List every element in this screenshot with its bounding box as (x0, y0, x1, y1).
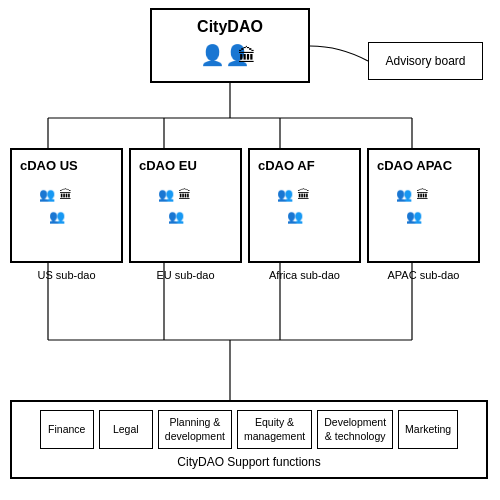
support-legal: Legal (99, 410, 153, 449)
support-devtech: Development& technology (317, 410, 393, 449)
subdao-us-label: US sub-dao (10, 269, 123, 281)
support-label: CityDAO Support functions (18, 455, 480, 469)
support-finance: Finance (40, 410, 94, 449)
citydao-icons: 👤👤 🏛 (200, 40, 260, 73)
advisory-board-box: Advisory board (368, 42, 483, 80)
svg-text:👥: 👥 (287, 208, 304, 225)
svg-text:🏛: 🏛 (238, 45, 256, 66)
subdao-us-title: cDAO US (12, 158, 78, 173)
subdao-us-icons: 👥 🏛 👥 (37, 179, 97, 239)
svg-text:👥 🏛: 👥 🏛 (39, 186, 72, 203)
subdao-us-box: cDAO US 👥 🏛 👥 (10, 148, 123, 263)
svg-text:👥 🏛: 👥 🏛 (396, 186, 429, 203)
support-section: Finance Legal Planning &development Equi… (10, 400, 488, 479)
subdao-apac-box: cDAO APAC 👥 🏛 👥 (367, 148, 480, 263)
support-planning: Planning &development (158, 410, 232, 449)
subdao-apac-icons: 👥 🏛 👥 (394, 179, 454, 239)
subdao-af-icons: 👥 🏛 👥 (275, 179, 335, 239)
subdao-eu-icons: 👥 🏛 👥 (156, 179, 216, 239)
citydao-title: CityDAO (197, 18, 263, 36)
subdao-us-wrapper: cDAO US 👥 🏛 👥 US sub-dao (10, 148, 123, 263)
advisory-board-label: Advisory board (385, 54, 465, 68)
subdao-af-label: Africa sub-dao (248, 269, 361, 281)
subdao-af-title: cDAO AF (250, 158, 315, 173)
org-diagram: CityDAO 👤👤 🏛 Advisory board cDAO US 👥 🏛 … (0, 0, 500, 500)
subdao-eu-title: cDAO EU (131, 158, 197, 173)
subdao-eu-wrapper: cDAO EU 👥 🏛 👥 EU sub-dao (129, 148, 242, 263)
subdao-apac-title: cDAO APAC (369, 158, 452, 173)
svg-text:👥: 👥 (168, 208, 185, 225)
subdao-af-wrapper: cDAO AF 👥 🏛 👥 Africa sub-dao (248, 148, 361, 263)
support-functions-row: Finance Legal Planning &development Equi… (18, 410, 480, 449)
support-marketing: Marketing (398, 410, 458, 449)
citydao-box: CityDAO 👤👤 🏛 (150, 8, 310, 83)
svg-text:👥 🏛: 👥 🏛 (158, 186, 191, 203)
subdao-eu-label: EU sub-dao (129, 269, 242, 281)
subdao-apac-label: APAC sub-dao (367, 269, 480, 281)
subdao-apac-wrapper: cDAO APAC 👥 🏛 👥 APAC sub-dao (367, 148, 480, 263)
svg-text:👥: 👥 (406, 208, 423, 225)
svg-text:👥: 👥 (49, 208, 66, 225)
subdao-eu-box: cDAO EU 👥 🏛 👥 (129, 148, 242, 263)
subdao-row: cDAO US 👥 🏛 👥 US sub-dao cDAO EU 👥 🏛 👥 (10, 148, 480, 263)
svg-text:👥 🏛: 👥 🏛 (277, 186, 310, 203)
support-equity: Equity &management (237, 410, 312, 449)
subdao-af-box: cDAO AF 👥 🏛 👥 (248, 148, 361, 263)
